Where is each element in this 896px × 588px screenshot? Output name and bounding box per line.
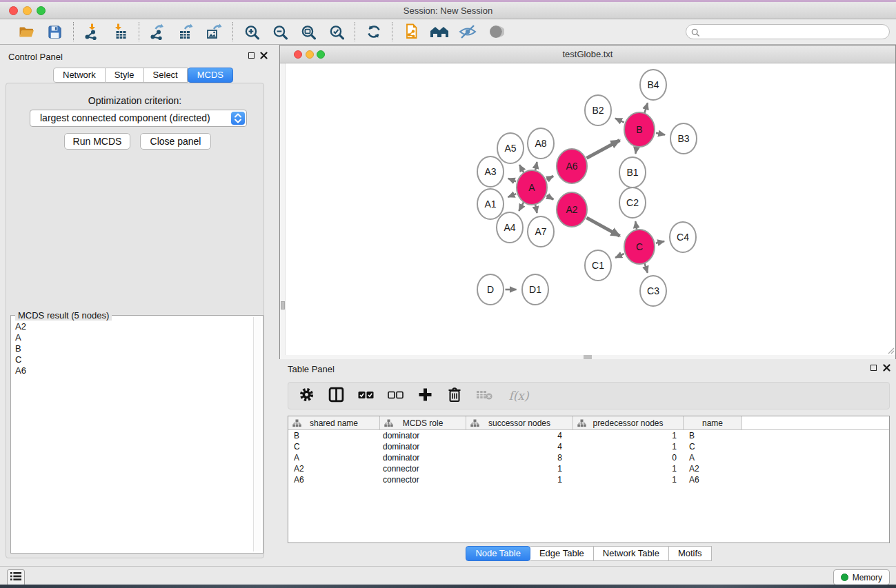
mcds-result-item[interactable]: A — [12, 332, 252, 343]
tab-mcds[interactable]: MCDS — [188, 68, 233, 83]
float-panel-icon[interactable] — [248, 52, 255, 59]
graph-node-C[interactable]: C — [624, 230, 655, 264]
edge-B-B3[interactable] — [656, 133, 665, 135]
graph-node-B1[interactable]: B1 — [619, 157, 646, 187]
graph-node-A8[interactable]: A8 — [528, 128, 554, 159]
column-header-successor-nodes[interactable]: successor nodes — [466, 416, 573, 429]
tab-network-table[interactable]: Network Table — [594, 546, 669, 561]
network-vertical-scrollbar-thumb[interactable] — [281, 301, 285, 310]
tab-motifs[interactable]: Motifs — [669, 546, 712, 561]
edge-A6-B[interactable] — [587, 140, 620, 158]
tab-node-table[interactable]: Node Table — [466, 546, 530, 561]
float-table-panel-icon[interactable] — [870, 365, 877, 371]
table-row[interactable]: Bdominator41B — [288, 430, 889, 441]
table-cell[interactable]: B — [684, 430, 742, 441]
edge-A-A2[interactable] — [546, 196, 553, 199]
mcds-result-item[interactable]: C — [12, 354, 252, 365]
optimization-criterion-dropdown[interactable]: largest connected component (directed) — [30, 110, 247, 127]
edge-A-A7[interactable] — [535, 204, 537, 213]
table-cell[interactable]: A — [684, 452, 742, 463]
graph-node-C1[interactable]: C1 — [585, 250, 611, 281]
network-vertical-scrollbar[interactable] — [280, 63, 286, 355]
edge-B-B1[interactable] — [635, 146, 637, 154]
graph-node-A6[interactable]: A6 — [557, 149, 587, 183]
export-network-button[interactable] — [148, 23, 167, 41]
table-cell[interactable]: A6 — [684, 474, 742, 485]
memory-button[interactable]: Memory — [833, 569, 890, 585]
table-cell[interactable]: B — [288, 430, 380, 441]
table-row[interactable]: A6connector11A6 — [288, 474, 889, 485]
tab-network[interactable]: Network — [53, 68, 106, 83]
network-canvas[interactable]: B4B2BB3A8A5A6A3B1AC2A1A2A4A7C4CC1DD1C3 — [280, 63, 895, 355]
edge-A-A8[interactable] — [535, 162, 537, 171]
edge-B-B4[interactable] — [644, 103, 648, 113]
deselect-all-button[interactable] — [386, 387, 404, 405]
edge-A-A6[interactable] — [547, 176, 553, 179]
hide-selected-button[interactable] — [458, 23, 477, 41]
mcds-result-item[interactable]: B — [12, 343, 252, 354]
table-cell[interactable]: dominator — [380, 430, 466, 441]
edge-A-A3[interactable] — [508, 179, 516, 181]
close-table-panel-icon[interactable] — [883, 364, 890, 372]
table-cell[interactable]: 1 — [466, 463, 573, 474]
zoom-out-button[interactable] — [270, 23, 289, 41]
graph-node-B3[interactable]: B3 — [670, 123, 697, 154]
refresh-layout-button[interactable] — [364, 23, 383, 41]
import-table-button[interactable] — [111, 23, 130, 41]
search-input[interactable] — [686, 24, 890, 39]
edge-A-A5[interactable] — [519, 165, 524, 172]
select-all-button[interactable] — [357, 387, 375, 405]
zoom-in-button[interactable] — [242, 23, 261, 41]
graph-node-B2[interactable]: B2 — [585, 95, 611, 125]
mcds-result-item[interactable]: A6 — [12, 365, 252, 376]
delete-row-button[interactable] — [446, 387, 464, 405]
table-cell[interactable]: 1 — [573, 430, 684, 441]
edge-A-A1[interactable] — [508, 194, 517, 197]
edge-C-C4[interactable] — [656, 241, 664, 243]
table-cell[interactable]: C — [684, 441, 742, 452]
table-cell[interactable]: 1 — [573, 441, 684, 452]
table-cell[interactable]: 4 — [466, 441, 573, 452]
column-header-shared-name[interactable]: shared name — [288, 416, 380, 429]
graph-node-C4[interactable]: C4 — [670, 222, 696, 252]
graph-node-D1[interactable]: D1 — [522, 274, 548, 305]
close-panel-button[interactable]: Close panel — [140, 133, 211, 150]
graph-node-A5[interactable]: A5 — [497, 133, 524, 163]
zoom-selected-button[interactable] — [327, 23, 346, 41]
zoom-window-button[interactable] — [37, 6, 46, 15]
table-cell[interactable]: 4 — [466, 430, 573, 441]
import-network-button[interactable] — [83, 23, 101, 41]
tab-select[interactable]: Select — [144, 68, 188, 83]
network-close-button[interactable] — [294, 50, 302, 59]
column-header-predecessor-nodes[interactable]: predecessor nodes — [573, 416, 684, 429]
settings-button[interactable] — [297, 387, 315, 405]
edge-C-C1[interactable] — [615, 254, 624, 258]
mcds-result-scrollbar[interactable] — [253, 317, 261, 551]
apply-layout-button[interactable] — [430, 23, 448, 41]
graph-node-B4[interactable]: B4 — [640, 70, 666, 100]
table-cell[interactable]: 0 — [573, 452, 684, 463]
column-header-MCDS-role[interactable]: MCDS role — [380, 416, 466, 429]
graph-node-A1[interactable]: A1 — [477, 189, 504, 219]
graph-node-A7[interactable]: A7 — [528, 216, 554, 247]
open-file-button[interactable] — [17, 23, 36, 41]
table-cell[interactable]: A2 — [684, 463, 742, 474]
graph-node-D[interactable]: D — [477, 274, 504, 305]
table-row[interactable]: Adominator80A — [288, 452, 889, 463]
show-columns-button[interactable] — [327, 387, 345, 405]
table-row[interactable]: Cdominator41C — [288, 441, 889, 452]
graph-node-C2[interactable]: C2 — [619, 187, 646, 218]
edge-A-A4[interactable] — [519, 202, 524, 210]
graph-node-A2[interactable]: A2 — [557, 192, 587, 227]
table-cell[interactable]: 1 — [573, 474, 684, 485]
edge-C-C2[interactable] — [635, 221, 637, 230]
table-cell[interactable]: A2 — [288, 463, 380, 474]
edge-B-B2[interactable] — [615, 119, 624, 123]
table-cell[interactable]: connector — [380, 474, 466, 485]
run-mcds-button[interactable]: Run MCDS — [64, 133, 130, 150]
network-zoom-button[interactable] — [317, 50, 325, 59]
table-cell[interactable]: C — [288, 441, 380, 452]
close-window-button[interactable] — [9, 6, 18, 15]
network-minimize-button[interactable] — [306, 50, 314, 59]
export-image-button[interactable] — [205, 23, 223, 41]
